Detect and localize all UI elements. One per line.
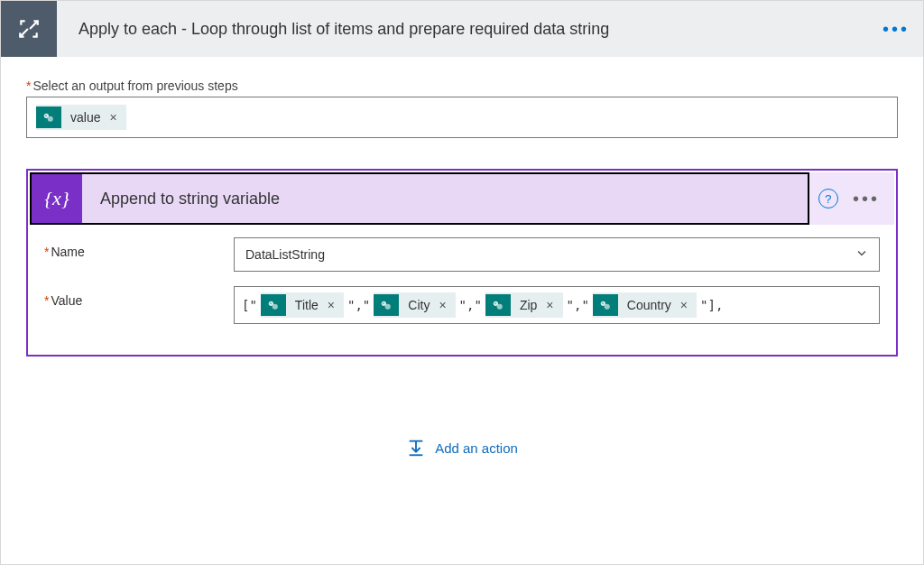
token-country-remove[interactable]: × — [679, 298, 689, 312]
add-action-button[interactable]: Add an action — [26, 438, 898, 458]
token-city-remove[interactable]: × — [437, 298, 448, 312]
name-label: *Name — [44, 237, 234, 259]
value-input[interactable]: [" s Title × "," s City × — [234, 286, 880, 324]
sharepoint-icon: s — [261, 294, 286, 316]
token-title-remove[interactable]: × — [326, 298, 337, 312]
append-to-string-title: Append to string variable — [82, 190, 808, 208]
chevron-down-icon — [855, 247, 868, 263]
svg-point-7 — [385, 304, 391, 310]
token-value-remove[interactable]: × — [107, 110, 118, 125]
value-literal: "," — [457, 298, 484, 312]
svg-point-13 — [605, 304, 610, 310]
append-to-string-card: {x} Append to string variable ? ••• *Nam… — [26, 169, 898, 357]
add-action-icon — [406, 438, 426, 458]
value-literal: "," — [346, 298, 372, 312]
value-literal: "], — [698, 298, 725, 312]
token-title[interactable]: s Title × — [261, 292, 344, 318]
add-action-label: Add an action — [435, 440, 518, 456]
token-zip[interactable]: s Zip × — [485, 292, 563, 318]
token-city[interactable]: s City × — [374, 292, 455, 318]
svg-point-1 — [48, 116, 53, 122]
token-value[interactable]: s value × — [36, 105, 126, 130]
svg-point-10 — [497, 304, 503, 310]
token-zip-remove[interactable]: × — [544, 298, 555, 312]
help-icon[interactable]: ? — [818, 189, 838, 208]
sharepoint-icon: s — [36, 107, 61, 128]
loop-icon — [1, 1, 57, 57]
value-label: *Value — [44, 286, 234, 308]
value-literal: [" — [240, 298, 259, 312]
append-to-string-menu[interactable]: ••• — [847, 189, 885, 209]
name-select-value: DataListString — [245, 247, 325, 262]
select-output-input[interactable]: s value × — [26, 97, 898, 138]
append-to-string-header[interactable]: {x} Append to string variable — [30, 172, 809, 225]
sharepoint-icon: s — [374, 294, 399, 316]
sharepoint-icon: s — [485, 294, 511, 316]
apply-to-each-header[interactable]: Apply to each - Loop through list of ite… — [1, 1, 923, 57]
apply-to-each-menu[interactable]: ••• — [869, 19, 923, 40]
sharepoint-icon: s — [593, 294, 618, 316]
variable-icon: {x} — [32, 174, 82, 223]
apply-to-each-title: Apply to each - Loop through list of ite… — [57, 20, 869, 39]
token-country[interactable]: s Country × — [593, 292, 697, 318]
svg-point-4 — [273, 304, 278, 310]
value-literal: "," — [565, 298, 591, 312]
select-output-label: *Select an output from previous steps — [26, 79, 898, 93]
name-select[interactable]: DataListString — [234, 237, 880, 272]
